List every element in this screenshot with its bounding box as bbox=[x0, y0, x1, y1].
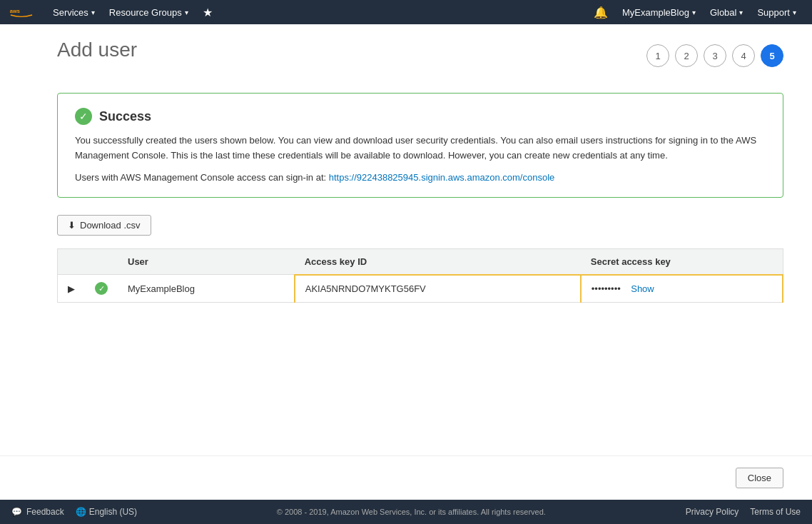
col-access-key-header: Access key ID bbox=[295, 248, 581, 275]
resource-groups-chevron-icon: ▾ bbox=[185, 9, 188, 16]
col-expand-header bbox=[58, 248, 86, 275]
col-status-header bbox=[85, 248, 118, 275]
nav-right: 🔔 MyExampleBlog ▾ Global ▾ Support ▾ bbox=[587, 0, 803, 24]
privacy-policy-link[interactable]: Privacy Policy bbox=[686, 507, 739, 517]
account-label: MyExampleBlog bbox=[622, 7, 689, 18]
row-status-cell: ✓ bbox=[85, 275, 118, 303]
step-5: 5 bbox=[761, 44, 783, 67]
feedback-bubble-icon: 💬 bbox=[11, 507, 22, 517]
support-chevron-icon: ▾ bbox=[793, 9, 796, 16]
close-button[interactable]: Close bbox=[736, 468, 783, 488]
row-expand-cell[interactable]: ▶ bbox=[58, 275, 86, 303]
success-check-icon: ✓ bbox=[75, 108, 92, 125]
table-row: ▶ ✓ MyExampleBlog AKIA5NRNDO7MYKTG56FV •… bbox=[58, 275, 783, 303]
download-csv-button[interactable]: ⬇ Download .csv bbox=[57, 215, 151, 236]
download-label: Download .csv bbox=[80, 220, 141, 231]
success-banner: ✓ Success You successfully created the u… bbox=[57, 93, 783, 198]
footer-left: 💬 Feedback 🌐 English (US) bbox=[11, 507, 137, 517]
close-area: Close bbox=[0, 455, 812, 500]
success-signin-line: Users with AWS Management Console access… bbox=[75, 172, 766, 183]
table-header-row: User Access key ID Secret access key bbox=[58, 248, 783, 275]
region-label: Global bbox=[710, 7, 737, 18]
success-body: You successfully created the users shown… bbox=[75, 133, 766, 163]
users-table: User Access key ID Secret access key ▶ ✓… bbox=[57, 248, 783, 303]
services-chevron-icon: ▾ bbox=[91, 9, 95, 16]
row-access-key-cell: AKIA5NRNDO7MYKTG56FV bbox=[295, 275, 581, 303]
success-signin-prefix: Users with AWS Management Console access… bbox=[75, 172, 329, 183]
resource-groups-menu[interactable]: Resource Groups ▾ bbox=[102, 0, 196, 24]
success-title: Success bbox=[99, 109, 151, 124]
top-navigation: aws Services ▾ Resource Groups ▾ ★ 🔔 MyE… bbox=[0, 0, 812, 24]
language-selector[interactable]: 🌐 English (US) bbox=[76, 507, 137, 517]
services-menu[interactable]: Services ▾ bbox=[46, 0, 102, 24]
services-label: Services bbox=[53, 7, 88, 18]
step-1: 1 bbox=[646, 44, 669, 67]
resource-groups-label: Resource Groups bbox=[109, 7, 182, 18]
step-2: 2 bbox=[675, 44, 698, 67]
support-label: Support bbox=[757, 7, 790, 18]
footer: 💬 Feedback 🌐 English (US) © 2008 - 2019,… bbox=[0, 500, 812, 524]
col-user-header: User bbox=[118, 248, 295, 275]
notifications-bell-icon[interactable]: 🔔 bbox=[587, 6, 615, 19]
favorites-icon[interactable]: ★ bbox=[196, 6, 220, 19]
row-success-icon: ✓ bbox=[95, 282, 108, 295]
footer-copyright: © 2008 - 2019, Amazon Web Services, Inc.… bbox=[137, 508, 686, 516]
row-user-cell: MyExampleBlog bbox=[118, 275, 295, 303]
account-chevron-icon: ▾ bbox=[692, 9, 696, 16]
page-title: Add user bbox=[57, 39, 137, 61]
aws-logo[interactable]: aws bbox=[9, 4, 34, 20]
support-menu[interactable]: Support ▾ bbox=[750, 0, 803, 24]
row-secret-key-cell: ••••••••• Show bbox=[581, 275, 783, 303]
terms-of-use-link[interactable]: Terms of Use bbox=[750, 507, 801, 517]
feedback-label: Feedback bbox=[26, 507, 64, 517]
globe-icon: 🌐 bbox=[76, 507, 86, 517]
step-4: 4 bbox=[732, 44, 755, 67]
feedback-button[interactable]: 💬 Feedback bbox=[11, 507, 64, 517]
svg-text:aws: aws bbox=[10, 8, 20, 14]
region-chevron-icon: ▾ bbox=[739, 9, 743, 16]
main-content: Add user 1 2 3 4 5 ✓ Success You success… bbox=[0, 24, 812, 455]
account-menu[interactable]: MyExampleBlog ▾ bbox=[615, 0, 703, 24]
show-secret-key-link[interactable]: Show bbox=[631, 283, 654, 294]
download-icon: ⬇ bbox=[68, 220, 76, 231]
language-label: English (US) bbox=[89, 507, 137, 517]
col-secret-key-header: Secret access key bbox=[581, 248, 783, 275]
success-signin-url[interactable]: https://922438825945.signin.aws.amazon.c… bbox=[329, 172, 555, 183]
step-indicator: 1 2 3 4 5 bbox=[646, 44, 783, 67]
footer-right: Privacy Policy Terms of Use bbox=[686, 507, 801, 517]
secret-key-dots: ••••••••• bbox=[592, 283, 621, 294]
step-3: 3 bbox=[704, 44, 726, 67]
success-header: ✓ Success bbox=[75, 108, 766, 125]
region-menu[interactable]: Global ▾ bbox=[703, 0, 751, 24]
